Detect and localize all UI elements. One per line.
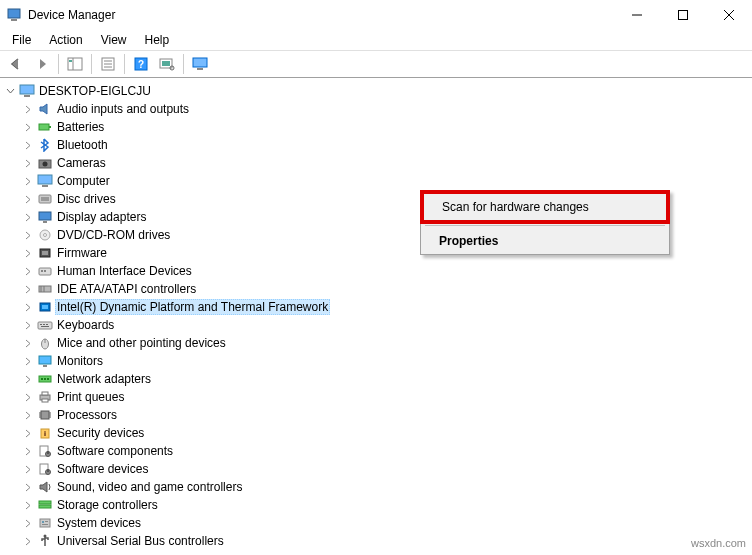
tree-node[interactable]: Mice and other pointing devices xyxy=(0,334,752,352)
ctx-properties[interactable]: Properties xyxy=(421,228,669,254)
chevron-right-icon[interactable] xyxy=(22,499,34,511)
computer-icon xyxy=(18,83,36,99)
svg-rect-8 xyxy=(69,60,72,62)
tree-node[interactable]: Software devices xyxy=(0,460,752,478)
chevron-right-icon[interactable] xyxy=(22,517,34,529)
chevron-right-icon[interactable] xyxy=(22,103,34,115)
help-button[interactable]: ? xyxy=(129,53,153,75)
chevron-right-icon[interactable] xyxy=(22,139,34,151)
show-hide-tree-button[interactable] xyxy=(63,53,87,75)
tree-node[interactable]: Human Interface Devices xyxy=(0,262,752,280)
tree-node[interactable]: Sound, video and game controllers xyxy=(0,478,752,496)
tree-node[interactable]: Cameras xyxy=(0,154,752,172)
svg-rect-69 xyxy=(44,433,46,436)
network-icon xyxy=(36,371,54,387)
menu-action[interactable]: Action xyxy=(41,32,90,48)
svg-rect-26 xyxy=(38,175,52,184)
svg-rect-48 xyxy=(41,326,49,327)
chevron-right-icon[interactable] xyxy=(22,391,34,403)
chevron-right-icon[interactable] xyxy=(22,319,34,331)
svg-rect-75 xyxy=(47,469,49,472)
chevron-right-icon[interactable] xyxy=(22,229,34,241)
chevron-right-icon[interactable] xyxy=(22,355,34,367)
svg-point-54 xyxy=(41,378,43,380)
svg-rect-22 xyxy=(39,124,49,130)
svg-rect-58 xyxy=(42,392,48,395)
tree-node[interactable]: Audio inputs and outputs xyxy=(0,100,752,118)
minimize-button[interactable] xyxy=(614,0,660,30)
chevron-right-icon[interactable] xyxy=(22,409,34,421)
svg-rect-0 xyxy=(8,9,20,18)
mouse-icon xyxy=(36,335,54,351)
properties-button[interactable] xyxy=(96,53,120,75)
tree-node[interactable]: Intel(R) Dynamic Platform and Thermal Fr… xyxy=(0,298,752,316)
chevron-right-icon[interactable] xyxy=(22,121,34,133)
tree-node-label: Intel(R) Dynamic Platform and Thermal Fr… xyxy=(55,299,330,315)
chevron-right-icon[interactable] xyxy=(22,337,34,349)
svg-point-38 xyxy=(44,270,46,272)
forward-button[interactable] xyxy=(30,53,54,75)
firmware-icon xyxy=(36,245,54,261)
system-icon xyxy=(36,515,54,531)
chevron-right-icon[interactable] xyxy=(22,283,34,295)
tree-node[interactable]: Bluetooth xyxy=(0,136,752,154)
tree-node-label: IDE ATA/ATAPI controllers xyxy=(57,282,196,296)
svg-rect-43 xyxy=(42,305,48,309)
tree-node[interactable]: Batteries xyxy=(0,118,752,136)
chevron-right-icon[interactable] xyxy=(22,265,34,277)
chevron-right-icon[interactable] xyxy=(22,445,34,457)
tree-node[interactable]: Software components xyxy=(0,442,752,460)
svg-point-56 xyxy=(47,378,49,380)
watermark: wsxdn.com xyxy=(691,537,746,549)
chevron-down-icon[interactable] xyxy=(4,85,16,97)
tree-node[interactable]: System devices xyxy=(0,514,752,532)
tree-node[interactable]: Network adapters xyxy=(0,370,752,388)
security-icon xyxy=(36,425,54,441)
tree-node[interactable]: Security devices xyxy=(0,424,752,442)
chevron-right-icon[interactable] xyxy=(22,535,34,547)
tree-node[interactable]: Computer xyxy=(0,172,752,190)
svg-rect-47 xyxy=(46,324,48,325)
monitor-button[interactable] xyxy=(188,53,212,75)
tree-node-label: Storage controllers xyxy=(57,498,158,512)
tree-node[interactable]: Keyboards xyxy=(0,316,752,334)
svg-point-68 xyxy=(44,431,46,433)
tree-node[interactable]: Monitors xyxy=(0,352,752,370)
tree-node[interactable]: Storage controllers xyxy=(0,496,752,514)
maximize-button[interactable] xyxy=(660,0,706,30)
menu-view[interactable]: View xyxy=(93,32,135,48)
chevron-right-icon[interactable] xyxy=(22,193,34,205)
chevron-right-icon[interactable] xyxy=(22,211,34,223)
svg-point-37 xyxy=(41,270,43,272)
tree-node[interactable]: Universal Serial Bus controllers xyxy=(0,532,752,550)
tree-node-label: Human Interface Devices xyxy=(57,264,192,278)
chevron-right-icon[interactable] xyxy=(22,157,34,169)
app-icon xyxy=(6,7,22,23)
back-button[interactable] xyxy=(4,53,28,75)
chevron-right-icon[interactable] xyxy=(22,463,34,475)
device-tree[interactable]: DESKTOP-EIGLCJU Audio inputs and outputs… xyxy=(0,78,752,555)
tree-node-label: Display adapters xyxy=(57,210,146,224)
chevron-right-icon[interactable] xyxy=(22,301,34,313)
svg-rect-31 xyxy=(43,221,47,223)
close-button[interactable] xyxy=(706,0,752,30)
tree-root-node[interactable]: DESKTOP-EIGLCJU xyxy=(0,82,752,100)
chevron-right-icon[interactable] xyxy=(22,373,34,385)
ctx-scan-hardware[interactable]: Scan for hardware changes xyxy=(420,190,670,224)
svg-rect-18 xyxy=(193,58,207,67)
menu-file[interactable]: File xyxy=(4,32,39,48)
tree-node[interactable]: Print queues xyxy=(0,388,752,406)
tree-node-label: Batteries xyxy=(57,120,104,134)
ide-icon xyxy=(36,281,54,297)
window-controls xyxy=(614,0,752,30)
chevron-right-icon[interactable] xyxy=(22,175,34,187)
menu-help[interactable]: Help xyxy=(137,32,178,48)
chevron-right-icon[interactable] xyxy=(22,481,34,493)
tree-node[interactable]: IDE ATA/ATAPI controllers xyxy=(0,280,752,298)
scan-hardware-button[interactable] xyxy=(155,53,179,75)
chevron-right-icon[interactable] xyxy=(22,427,34,439)
window-title: Device Manager xyxy=(28,8,115,22)
chevron-right-icon[interactable] xyxy=(22,247,34,259)
tree-node[interactable]: Processors xyxy=(0,406,752,424)
tree-node-label: Software components xyxy=(57,444,173,458)
